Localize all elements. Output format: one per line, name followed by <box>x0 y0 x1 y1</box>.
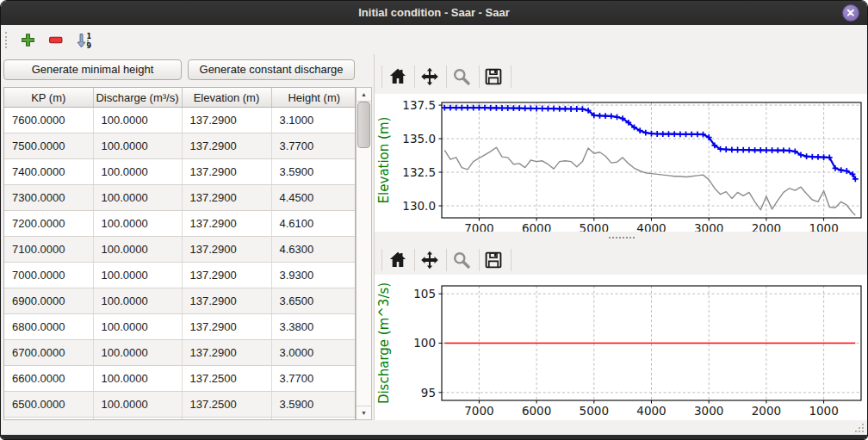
table-cell[interactable]: 3.0000 <box>271 340 356 366</box>
table-row[interactable]: 7500.0000100.0000137.29003.7700 <box>4 133 356 159</box>
table-cell[interactable]: 137.2900 <box>182 263 271 288</box>
table-row[interactable]: 6500.0000100.0000137.25003.5900 <box>4 392 356 418</box>
table-cell[interactable]: 6600.0000 <box>4 366 93 392</box>
table-row[interactable]: 7300.0000100.0000137.29004.4500 <box>4 185 356 211</box>
table-cell[interactable]: 100.0000 <box>93 392 182 418</box>
table-cell[interactable]: 3.5900 <box>271 159 356 185</box>
table-cell[interactable]: 137.2900 <box>182 159 271 185</box>
table-cell[interactable]: 3.7700 <box>271 133 356 159</box>
table-cell[interactable]: 100.0000 <box>93 237 182 263</box>
table-row[interactable]: 7400.0000100.0000137.29003.5900 <box>4 159 356 185</box>
table-cell[interactable]: 100.0000 <box>93 211 182 237</box>
column-header-kp[interactable]: KP (m) <box>4 88 93 108</box>
table-cell[interactable]: 100.0000 <box>93 108 182 133</box>
table-row[interactable]: 6700.0000100.0000137.29003.0000 <box>4 340 356 366</box>
generate-constant-discharge-button[interactable]: Generate constant discharge <box>188 59 355 80</box>
x-tick-label: 6000 <box>522 221 551 232</box>
table-cell[interactable]: 7600.0000 <box>4 108 93 133</box>
discharge-chart-figure: 700060005000400030002000100010510095Disc… <box>375 275 868 420</box>
close-button[interactable] <box>842 4 859 22</box>
table-cell[interactable]: 6700.0000 <box>4 340 93 366</box>
y-tick-label: 95 <box>421 386 436 400</box>
table-cell[interactable]: 7300.0000 <box>4 185 93 211</box>
table-row[interactable]: 7200.0000100.0000137.29004.6100 <box>4 211 356 237</box>
table-cell[interactable]: 7400.0000 <box>4 159 93 185</box>
table-cell[interactable]: 137.2500 <box>182 366 271 392</box>
table-cell[interactable]: 100.0000 <box>93 340 182 366</box>
table-cell[interactable]: 7200.0000 <box>4 211 93 237</box>
x-tick-label: 1000 <box>809 404 838 418</box>
home-button[interactable] <box>388 250 408 270</box>
x-tick-label: 4000 <box>636 404 666 418</box>
table-cell[interactable]: 137.2900 <box>182 133 271 159</box>
scroll-up-arrow-icon[interactable]: ▲ <box>356 88 371 102</box>
pan-button[interactable] <box>419 250 440 270</box>
table-row[interactable]: 7600.0000100.0000137.29003.1000 <box>4 108 356 133</box>
table-body: 7600.0000100.0000137.29003.10007500.0000… <box>4 108 356 421</box>
table-cell[interactable]: 137.2900 <box>182 237 271 263</box>
table-cell[interactable]: 6900.0000 <box>4 288 93 314</box>
column-header-elevation[interactable]: Elevation (m) <box>182 88 271 108</box>
toolbar-drag-handle[interactable] <box>5 32 9 48</box>
elevation-chart-canvas[interactable]: 7000600050004000300020001000137.5135.013… <box>375 94 868 232</box>
resize-grip-icon[interactable] <box>855 424 864 432</box>
table-cell[interactable]: 6500.0000 <box>4 392 93 418</box>
charts-splitter[interactable] <box>375 232 868 245</box>
y-tick-label: 130.0 <box>402 199 436 213</box>
table-cell[interactable]: 6800.0000 <box>4 314 93 340</box>
table-row[interactable]: 6800.0000100.0000137.29003.3800 <box>4 314 356 340</box>
save-button[interactable] <box>483 250 504 270</box>
x-tick-label: 7000 <box>464 404 493 418</box>
table-cell[interactable]: 100.0000 <box>93 314 182 340</box>
charts-panel: 7000600050004000300020001000137.5135.013… <box>375 54 868 420</box>
splitter-handle-icon <box>609 237 635 239</box>
table-cell[interactable]: 100.0000 <box>93 263 182 288</box>
table-cell[interactable]: 137.2900 <box>182 108 271 133</box>
table-cell[interactable]: 4.6100 <box>271 211 356 237</box>
table-cell[interactable]: 3.3800 <box>271 314 356 340</box>
table-cell[interactable]: 137.2900 <box>182 288 271 314</box>
table-cell[interactable]: 100.0000 <box>93 159 182 185</box>
scrollbar-thumb[interactable] <box>357 102 370 148</box>
table-cell[interactable]: 7500.0000 <box>4 133 93 159</box>
table-cell[interactable]: 4.6300 <box>271 237 356 263</box>
sort-rows-button[interactable]: 1 9 <box>76 33 93 47</box>
table-cell[interactable]: 137.2500 <box>182 392 271 418</box>
zoom-button[interactable] <box>451 66 472 87</box>
generate-minimal-height-button[interactable]: Generate minimal height <box>3 59 182 80</box>
table-row[interactable]: 7100.0000100.0000137.29004.6300 <box>4 237 356 263</box>
table-cell[interactable]: 7100.0000 <box>4 237 93 263</box>
table-cell[interactable]: 137.2900 <box>182 211 271 237</box>
zoom-button[interactable] <box>451 250 472 270</box>
column-header-height[interactable]: Height (m) <box>271 88 356 108</box>
column-header-discharge[interactable]: Discharge (m³/s) <box>93 88 182 108</box>
table-cell[interactable]: 3.6500 <box>271 288 356 314</box>
table-cell[interactable]: 100.0000 <box>93 288 182 314</box>
table-cell[interactable]: 137.2900 <box>182 314 271 340</box>
table-row[interactable]: 6900.0000100.0000137.29003.6500 <box>4 288 356 314</box>
table-row[interactable]: 6600.0000100.0000137.25003.7700 <box>4 366 356 392</box>
table-cell[interactable]: 4.4500 <box>271 185 356 211</box>
table-row[interactable]: 7000.0000100.0000137.29003.9300 <box>4 263 356 288</box>
add-row-button[interactable] <box>21 33 35 47</box>
pan-button[interactable] <box>419 66 440 87</box>
scroll-down-arrow-icon[interactable]: ▼ <box>356 406 371 419</box>
table-cell[interactable]: 3.5900 <box>271 392 356 418</box>
table-cell[interactable]: 100.0000 <box>93 366 182 392</box>
table-cell[interactable]: 100.0000 <box>93 185 182 211</box>
y-axis-label: Discharge (m^3/s) <box>376 282 392 404</box>
table-cell[interactable]: 3.7700 <box>271 366 356 392</box>
table-scrollbar[interactable]: ▲ ▼ <box>356 87 372 420</box>
x-tick-label: 7000 <box>464 221 493 232</box>
y-tick-label: 132.5 <box>402 165 436 179</box>
table-cell[interactable]: 137.2900 <box>182 340 271 366</box>
home-button[interactable] <box>388 66 408 87</box>
table-cell[interactable]: 3.9300 <box>271 263 356 288</box>
table-cell[interactable]: 7000.0000 <box>4 263 93 288</box>
discharge-chart-canvas[interactable]: 700060005000400030002000100010510095Disc… <box>375 275 868 420</box>
table-cell[interactable]: 3.1000 <box>271 108 356 133</box>
remove-row-button[interactable] <box>48 33 63 47</box>
save-button[interactable] <box>483 66 504 87</box>
table-cell[interactable]: 100.0000 <box>93 133 182 159</box>
table-cell[interactable]: 137.2900 <box>182 185 271 211</box>
